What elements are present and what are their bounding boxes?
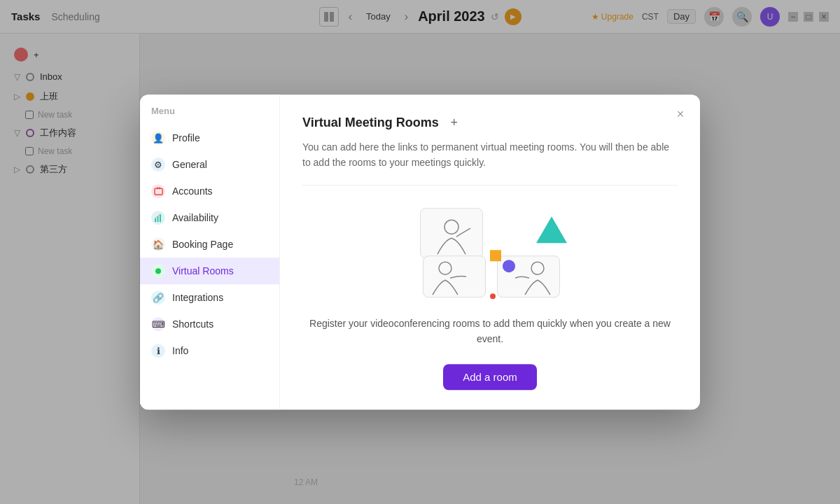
menu-label-shortcuts: Shortcuts [172,318,214,330]
person-svg-2 [426,258,483,297]
svg-rect-2 [155,188,162,195]
modal-title: Virtual Meeting Rooms [302,115,439,130]
modal-content: Virtual Meeting Rooms + You can add here… [280,94,700,410]
info-icon: ℹ [151,344,165,358]
menu-label-info: Info [172,345,188,356]
menu-label-virtual-rooms: Virtual Rooms [172,265,234,276]
person-svg-1 [427,216,476,258]
menu-item-integrations[interactable]: 🔗 Integrations [140,284,279,311]
virtual-rooms-icon [151,264,165,278]
svg-rect-7 [160,214,161,222]
circle-shape [503,260,515,272]
menu-item-profile[interactable]: 👤 Profile [140,125,279,151]
svg-rect-4 [159,187,160,189]
illustration [302,208,678,299]
red-dot-shape [490,293,496,299]
menu-label-integrations: Integrations [172,292,223,303]
modal-description: You can add here the links to permanent … [302,139,678,171]
menu-label-booking: Booking Page [172,239,233,250]
svg-point-10 [439,262,451,274]
content-divider [302,185,678,186]
integrations-icon: 🔗 [151,290,165,304]
svg-point-9 [444,220,458,234]
illus-box-1 [420,208,483,258]
menu-label-availability: Availability [172,212,218,223]
settings-modal: × Menu 👤 Profile ⚙ General [140,94,700,410]
menu-sidebar: Menu 👤 Profile ⚙ General Accounts [140,94,280,410]
illustration-container [420,208,560,299]
booking-icon: 🏠 [151,237,165,251]
menu-item-virtual-rooms[interactable]: Virtual Rooms [140,258,279,284]
svg-rect-3 [157,187,158,189]
menu-item-booking[interactable]: 🏠 Booking Page [140,231,279,258]
add-room-button[interactable]: Add a room [443,364,537,390]
square-shape [490,250,501,261]
register-description: Register your videoconferencing rooms to… [302,316,678,347]
availability-icon [151,211,165,225]
menu-title: Menu [140,106,279,125]
svg-rect-5 [155,218,156,222]
profile-icon: 👤 [151,131,165,145]
menu-item-general[interactable]: ⚙ General [140,151,279,178]
menu-item-info[interactable]: ℹ Info [140,337,279,364]
general-icon: ⚙ [151,158,165,172]
modal-close-button[interactable]: × [671,104,690,124]
accounts-icon [151,184,165,198]
menu-item-shortcuts[interactable]: ⌨ Shortcuts [140,311,279,337]
modal-header: Virtual Meeting Rooms + [302,114,678,131]
modal-inner: Menu 👤 Profile ⚙ General Accounts [140,94,700,410]
menu-label-profile: Profile [172,132,200,144]
menu-item-accounts[interactable]: Accounts [140,178,279,204]
add-room-plus-icon[interactable]: + [446,114,463,131]
illus-box-2 [423,255,486,298]
triangle-shape [536,216,567,243]
menu-item-availability[interactable]: Availability [140,204,279,231]
svg-point-11 [531,262,544,274]
svg-point-8 [155,268,161,274]
menu-label-accounts: Accounts [172,186,213,197]
svg-rect-6 [157,216,158,222]
menu-label-general: General [172,159,207,170]
shortcuts-icon: ⌨ [151,317,165,331]
